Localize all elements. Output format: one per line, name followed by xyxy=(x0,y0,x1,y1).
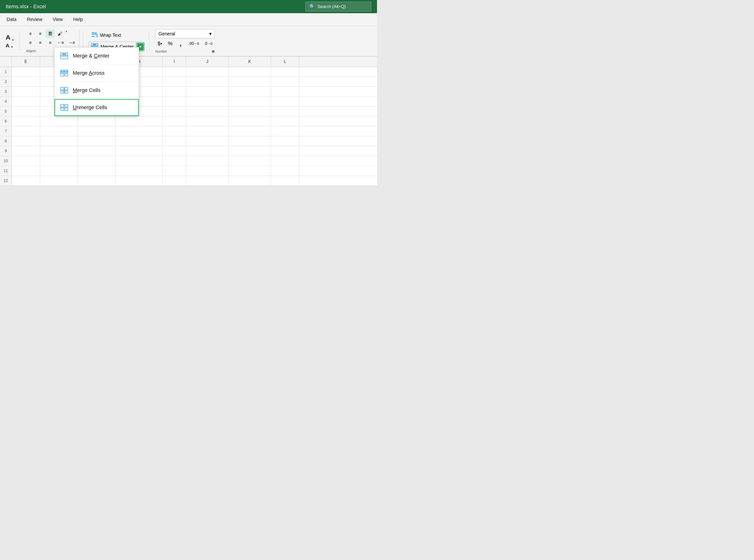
cell-j4[interactable] xyxy=(186,97,228,106)
cell-j7[interactable] xyxy=(186,126,228,136)
percent-button[interactable]: % xyxy=(166,39,175,48)
cell-l7[interactable] xyxy=(271,126,299,136)
cell-e10[interactable] xyxy=(12,156,40,166)
cell-i2[interactable] xyxy=(163,77,186,87)
cell-e7[interactable] xyxy=(12,126,40,136)
col-header-j[interactable]: J xyxy=(186,57,228,67)
menu-item-review[interactable]: Review xyxy=(25,15,44,24)
decrease-decimal-button[interactable]: .0→0 xyxy=(202,40,215,47)
cell-l3[interactable] xyxy=(271,87,299,97)
cell-g8[interactable] xyxy=(78,136,116,146)
indent-decrease-button[interactable]: ←≡ xyxy=(56,39,66,47)
indent-increase-button[interactable]: →≡ xyxy=(67,39,77,47)
cell-g7[interactable] xyxy=(78,126,116,136)
align-left-button[interactable]: ≡ xyxy=(26,30,35,38)
cell-j11[interactable] xyxy=(186,166,228,176)
cell-l9[interactable] xyxy=(271,146,299,156)
number-format-dropdown[interactable]: General ▾ xyxy=(155,29,215,38)
cell-f8[interactable] xyxy=(40,136,78,146)
cell-l12[interactable] xyxy=(271,176,299,186)
cell-e5[interactable] xyxy=(12,106,40,116)
cell-k12[interactable] xyxy=(228,176,271,186)
cell-f7[interactable] xyxy=(40,126,78,136)
cell-h12[interactable] xyxy=(116,176,163,186)
cell-e6[interactable] xyxy=(12,116,40,126)
cell-g6[interactable] xyxy=(78,116,116,126)
increase-font-button[interactable]: A xyxy=(6,34,11,41)
currency-button[interactable]: $ ▾ xyxy=(155,39,164,48)
menu-item-data[interactable]: Data xyxy=(5,15,18,24)
cell-i1[interactable] xyxy=(163,67,186,77)
cell-k1[interactable] xyxy=(228,67,271,77)
cell-i12[interactable] xyxy=(163,176,186,186)
cell-e3[interactable] xyxy=(12,87,40,97)
dropdown-item-merge-across[interactable]: Merge Across xyxy=(55,65,139,82)
cell-k9[interactable] xyxy=(228,146,271,156)
cell-f6[interactable] xyxy=(40,116,78,126)
cell-f9[interactable] xyxy=(40,146,78,156)
col-header-l[interactable]: L xyxy=(271,57,299,67)
cell-j3[interactable] xyxy=(186,87,228,97)
cell-k5[interactable] xyxy=(228,106,271,116)
align-middle-button[interactable]: ≡ xyxy=(36,39,45,47)
cell-l1[interactable] xyxy=(271,67,299,77)
cell-e4[interactable] xyxy=(12,97,40,106)
cell-e9[interactable] xyxy=(12,146,40,156)
cell-e2[interactable] xyxy=(12,77,40,87)
menu-item-view[interactable]: View xyxy=(51,15,65,24)
cell-f12[interactable] xyxy=(40,176,78,186)
cell-i6[interactable] xyxy=(163,116,186,126)
cell-i8[interactable] xyxy=(163,136,186,146)
cell-k11[interactable] xyxy=(228,166,271,176)
cell-e1[interactable] xyxy=(12,67,40,77)
align-right-active-button[interactable]: ☰ xyxy=(46,30,55,38)
cell-k2[interactable] xyxy=(228,77,271,87)
cell-i7[interactable] xyxy=(163,126,186,136)
cell-h7[interactable] xyxy=(116,126,163,136)
cell-e8[interactable] xyxy=(12,136,40,146)
cell-i10[interactable] xyxy=(163,156,186,166)
cell-h8[interactable] xyxy=(116,136,163,146)
cell-j10[interactable] xyxy=(186,156,228,166)
cell-i3[interactable] xyxy=(163,87,186,97)
cell-j2[interactable] xyxy=(186,77,228,87)
cell-f10[interactable] xyxy=(40,156,78,166)
col-header-i[interactable]: I xyxy=(163,57,186,67)
cell-i5[interactable] xyxy=(163,106,186,116)
cell-j8[interactable] xyxy=(186,136,228,146)
cell-g9[interactable] xyxy=(78,146,116,156)
cell-k6[interactable] xyxy=(228,116,271,126)
cell-i9[interactable] xyxy=(163,146,186,156)
cell-k4[interactable] xyxy=(228,97,271,106)
col-header-k[interactable]: K xyxy=(228,57,271,67)
format-painter-dropdown[interactable]: ▾ xyxy=(65,30,67,38)
search-area[interactable]: 🔍 Search (Alt+Q) xyxy=(305,2,371,12)
menu-item-help[interactable]: Help xyxy=(72,15,85,24)
cell-i4[interactable] xyxy=(163,97,186,106)
cell-j1[interactable] xyxy=(186,67,228,77)
cell-e12[interactable] xyxy=(12,176,40,186)
comma-button[interactable]: , xyxy=(176,39,185,48)
cell-j6[interactable] xyxy=(186,116,228,126)
cell-l4[interactable] xyxy=(271,97,299,106)
wrap-text-button[interactable]: Wrap Text xyxy=(88,31,144,40)
cell-l6[interactable] xyxy=(271,116,299,126)
cell-l2[interactable] xyxy=(271,77,299,87)
cell-h6[interactable] xyxy=(116,116,163,126)
cell-j5[interactable] xyxy=(186,106,228,116)
cell-j12[interactable] xyxy=(186,176,228,186)
cell-j9[interactable] xyxy=(186,146,228,156)
cell-g10[interactable] xyxy=(78,156,116,166)
cell-h9[interactable] xyxy=(116,146,163,156)
cell-l10[interactable] xyxy=(271,156,299,166)
cell-k7[interactable] xyxy=(228,126,271,136)
cell-e11[interactable] xyxy=(12,166,40,176)
cell-g11[interactable] xyxy=(78,166,116,176)
cell-k3[interactable] xyxy=(228,87,271,97)
align-bottom-button[interactable]: ≡ xyxy=(46,39,55,47)
increase-decimal-button[interactable]: .00←0 xyxy=(186,40,201,47)
cell-k8[interactable] xyxy=(228,136,271,146)
align-center-button[interactable]: ≡ xyxy=(36,30,45,38)
cell-l5[interactable] xyxy=(271,106,299,116)
col-header-e[interactable]: E xyxy=(12,57,40,67)
